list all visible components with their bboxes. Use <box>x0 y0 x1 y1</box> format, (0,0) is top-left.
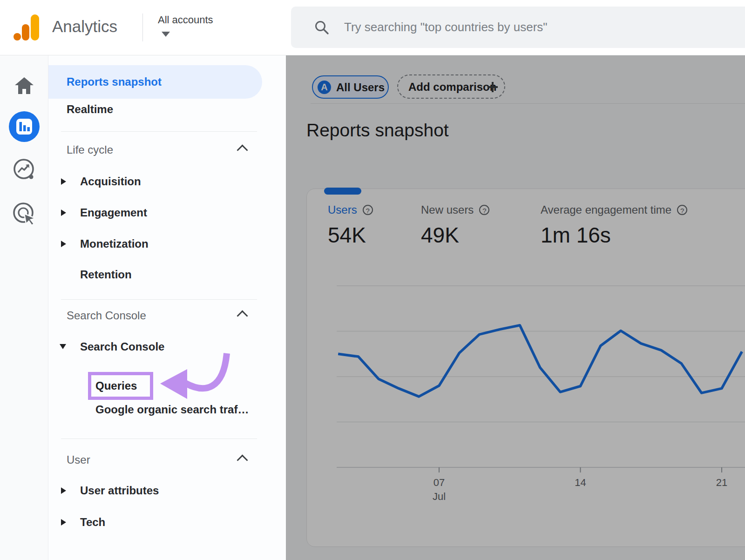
annotation-arrow <box>158 347 233 403</box>
section-header-user[interactable]: User <box>67 450 90 470</box>
sidebar-item-retention[interactable]: Retention <box>80 264 132 285</box>
sidebar-item-acquisition[interactable]: Acquisition <box>80 171 141 192</box>
sidebar-item-engagement[interactable]: Engagement <box>80 202 147 223</box>
sidebar-item-tech[interactable]: Tech <box>80 512 105 533</box>
account-selector[interactable]: All accounts <box>158 14 213 26</box>
topbar-divider <box>142 13 143 41</box>
section-header-life-cycle[interactable]: Life cycle <box>67 140 113 160</box>
advertising-nav-button[interactable] <box>0 202 48 226</box>
brand-title: Analytics <box>52 17 117 36</box>
search-icon <box>314 20 329 35</box>
main-content: A All Users Add comparison Reports snaps… <box>286 55 745 560</box>
sidebar-item-queries[interactable]: Queries <box>95 375 137 397</box>
reports-nav-button[interactable] <box>0 111 48 142</box>
expand-arrow-icon[interactable] <box>61 519 66 526</box>
explore-icon <box>12 157 36 182</box>
home-nav-button[interactable] <box>0 77 48 94</box>
expand-arrow-icon[interactable] <box>61 241 66 247</box>
dim-overlay <box>286 55 745 560</box>
google-analytics-app: Analytics All accounts <box>0 0 745 560</box>
search-input[interactable] <box>344 17 726 37</box>
reports-icon <box>9 111 40 142</box>
collapse-chevron-icon[interactable] <box>237 144 248 155</box>
search-bar[interactable] <box>291 7 745 48</box>
sidebar-divider <box>61 131 257 132</box>
expand-arrow-icon[interactable] <box>61 209 66 216</box>
sidebar-item-search-console[interactable]: Search Console <box>80 337 164 357</box>
advertising-icon <box>12 202 36 226</box>
collapse-chevron-icon[interactable] <box>237 310 248 321</box>
sidebar-item-monetization[interactable]: Monetization <box>80 234 149 254</box>
expand-arrow-icon[interactable] <box>61 487 66 494</box>
sidebar-item-user-attributes[interactable]: User attributes <box>80 480 159 501</box>
sidebar-item-label: Reports snapshot <box>67 65 162 99</box>
explore-nav-button[interactable] <box>0 157 48 182</box>
annotation-highlight-box: Queries <box>88 372 153 400</box>
expand-arrow-icon[interactable] <box>61 178 66 185</box>
collapse-chevron-icon[interactable] <box>237 454 248 466</box>
home-icon <box>14 77 34 94</box>
top-bar: Analytics All accounts <box>0 0 745 55</box>
analytics-logo-icon[interactable] <box>14 12 41 41</box>
section-header-search-console[interactable]: Search Console <box>67 305 146 326</box>
sidebar-item-reports-snapshot[interactable]: Reports snapshot <box>48 65 262 99</box>
reports-sidebar: Reports snapshot Realtime Life cycle Acq… <box>48 55 286 560</box>
sidebar-item-realtime[interactable]: Realtime <box>67 99 113 120</box>
sidebar-divider <box>61 299 257 300</box>
nav-rail <box>0 55 48 560</box>
sidebar-divider <box>61 439 257 439</box>
account-caret-icon[interactable] <box>162 32 170 37</box>
collapse-arrow-icon[interactable] <box>60 344 66 349</box>
